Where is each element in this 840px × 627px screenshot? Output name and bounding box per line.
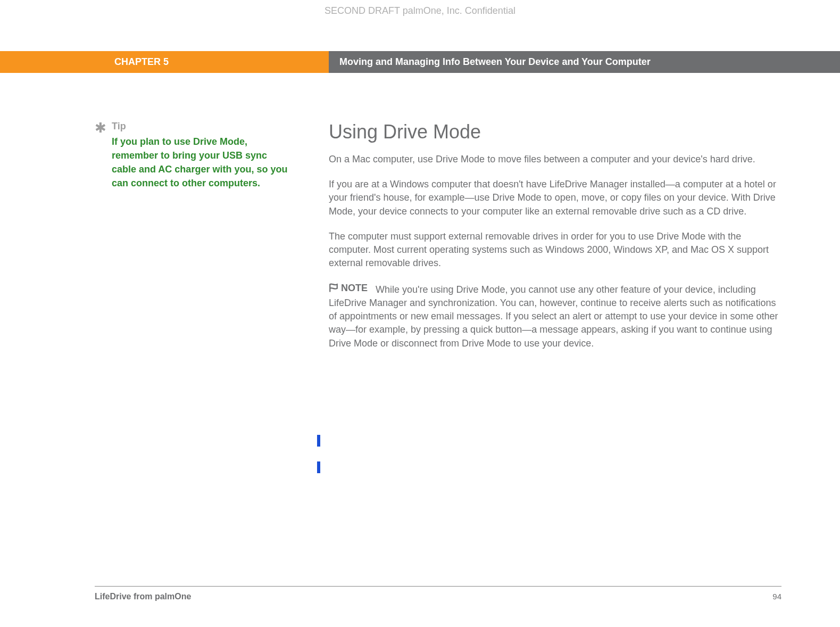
section-title: Using Drive Mode bbox=[329, 121, 781, 143]
note-body: While you're using Drive Mode, you canno… bbox=[329, 284, 778, 349]
tip-block: ✱ Tip If you plan to use Drive Mode, rem… bbox=[95, 121, 292, 190]
tip-body: If you plan to use Drive Mode, remember … bbox=[112, 135, 292, 190]
note-label-text: NOTE bbox=[341, 282, 368, 295]
paragraph: The computer must support external remov… bbox=[329, 230, 781, 270]
tip-text: Tip If you plan to use Drive Mode, remem… bbox=[112, 121, 292, 190]
footer-product: LifeDrive from palmOne bbox=[95, 592, 191, 601]
header-confidential: SECOND DRAFT palmOne, Inc. Confidential bbox=[0, 0, 840, 22]
revision-mark-icon bbox=[317, 435, 320, 447]
footer: LifeDrive from palmOne 94 bbox=[95, 586, 781, 601]
main-content: Using Drive Mode On a Mac computer, use … bbox=[329, 121, 840, 350]
paragraph: If you are at a Windows computer that do… bbox=[329, 178, 781, 218]
content-wrap: ✱ Tip If you plan to use Drive Mode, rem… bbox=[0, 73, 840, 350]
note-paragraph: NOTE While you're using Drive Mode, you … bbox=[329, 282, 781, 350]
note-label: NOTE bbox=[329, 282, 368, 295]
chapter-label: CHAPTER 5 bbox=[0, 51, 329, 73]
chapter-bar: CHAPTER 5 Moving and Managing Info Betwe… bbox=[0, 51, 840, 73]
page-number: 94 bbox=[772, 592, 781, 601]
paragraph: On a Mac computer, use Drive Mode to mov… bbox=[329, 153, 781, 166]
flag-icon bbox=[329, 283, 338, 293]
tip-heading: Tip bbox=[112, 121, 292, 132]
revision-mark-icon bbox=[317, 461, 320, 473]
chapter-title: Moving and Managing Info Between Your De… bbox=[329, 51, 840, 73]
sidebar-tip: ✱ Tip If you plan to use Drive Mode, rem… bbox=[0, 121, 329, 350]
asterisk-icon: ✱ bbox=[95, 121, 105, 190]
